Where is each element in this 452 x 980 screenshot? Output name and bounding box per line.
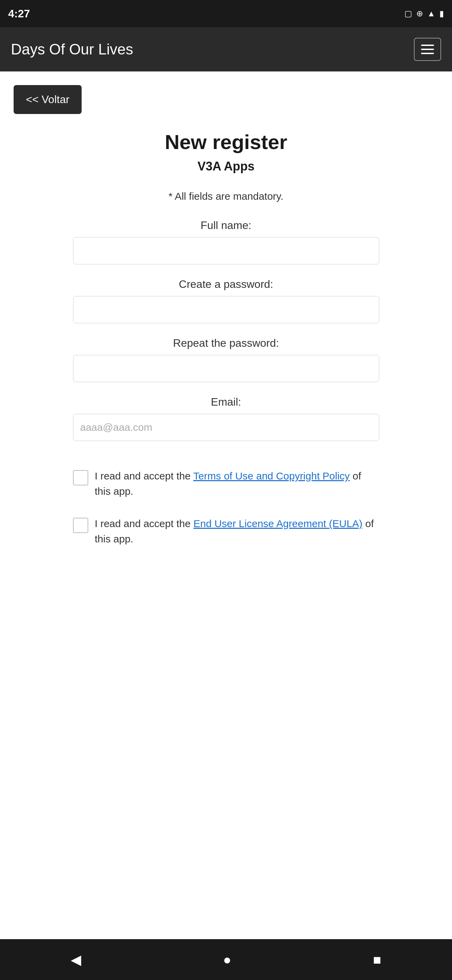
eula-checkbox-row: I read and accept the End User License A… <box>73 516 379 546</box>
hamburger-line-2 <box>421 49 434 50</box>
bottom-nav: ◀ ● ■ <box>0 939 452 980</box>
home-nav-icon: ● <box>223 952 231 967</box>
repeat-password-group: Repeat the password: <box>73 337 379 382</box>
top-bar: Days Of Our Lives <box>0 27 452 72</box>
eula-text-before: I read and accept the <box>95 518 193 529</box>
terms-link[interactable]: Terms of Use and Copyright Policy <box>193 470 350 482</box>
main-content: << Voltar New register V3A Apps * All fi… <box>0 72 452 939</box>
app-subtitle: V3A Apps <box>198 159 254 173</box>
status-bar: 4:27 ▢ ⊕ ▲ ▮ <box>0 0 452 27</box>
full-name-group: Full name: <box>73 219 379 264</box>
hamburger-line-1 <box>421 45 434 46</box>
form-container: New register V3A Apps * All fields are m… <box>14 130 438 546</box>
create-password-label: Create a password: <box>179 278 273 291</box>
home-nav-button[interactable]: ● <box>209 945 245 974</box>
app-title: Days Of Our Lives <box>11 41 133 58</box>
create-password-group: Create a password: <box>73 278 379 323</box>
eula-link[interactable]: End User License Agreement (EULA) <box>193 518 363 529</box>
recent-nav-icon: ■ <box>373 952 381 967</box>
recent-nav-button[interactable]: ■ <box>360 945 395 974</box>
email-group: Email: <box>73 396 379 441</box>
menu-button[interactable] <box>414 38 441 61</box>
battery-icon: ▮ <box>439 9 444 18</box>
mandatory-note: * All fields are mandatory. <box>169 191 284 202</box>
hamburger-line-3 <box>421 53 434 54</box>
checkbox-section: I read and accept the Terms of Use and C… <box>73 468 379 546</box>
eula-checkbox-label: I read and accept the End User License A… <box>95 516 379 546</box>
email-input[interactable] <box>73 414 379 441</box>
terms-text-before: I read and accept the <box>95 470 193 482</box>
back-nav-icon: ◀ <box>71 952 81 967</box>
status-time: 4:27 <box>8 8 30 20</box>
eula-checkbox[interactable] <box>73 518 88 533</box>
status-icons: ▢ ⊕ ▲ ▮ <box>404 9 444 18</box>
page-heading: New register <box>165 130 287 154</box>
media-icon: ⊕ <box>416 9 423 18</box>
repeat-password-input[interactable] <box>73 355 379 382</box>
terms-checkbox-label: I read and accept the Terms of Use and C… <box>95 468 379 499</box>
back-button[interactable]: << Voltar <box>14 85 82 114</box>
terms-checkbox[interactable] <box>73 470 88 485</box>
back-nav-button[interactable]: ◀ <box>57 945 95 974</box>
full-name-label: Full name: <box>201 219 251 232</box>
screen-icon: ▢ <box>404 9 412 18</box>
full-name-input[interactable] <box>73 237 379 264</box>
terms-checkbox-row: I read and accept the Terms of Use and C… <box>73 468 379 499</box>
create-password-input[interactable] <box>73 296 379 323</box>
email-label: Email: <box>211 396 241 408</box>
signal-icon: ▲ <box>427 9 435 18</box>
repeat-password-label: Repeat the password: <box>173 337 279 350</box>
